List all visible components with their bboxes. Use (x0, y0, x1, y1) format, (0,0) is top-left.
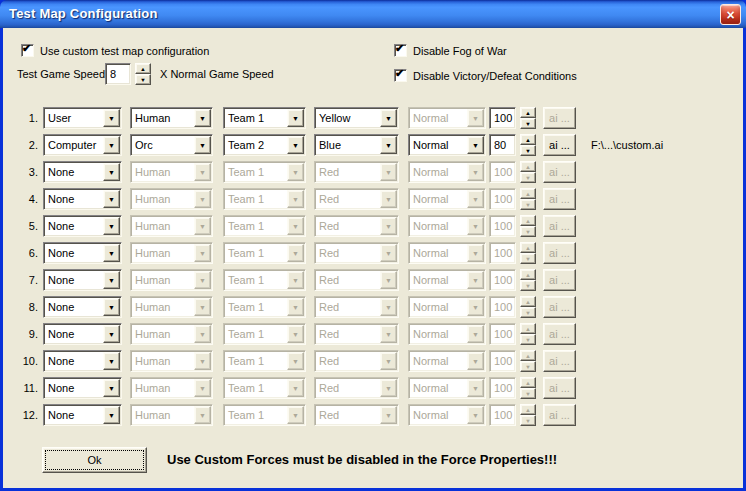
slot-select[interactable]: User ▼ (43, 107, 122, 129)
dropdown-arrow-button[interactable]: ▼ (467, 352, 484, 370)
dropdown-arrow-button[interactable]: ▼ (380, 406, 397, 424)
player-rows: 1. User ▼ Human ▼ Team 1 ▼ Yellow ▼ (3, 107, 743, 431)
dropdown-arrow-button[interactable]: ▼ (467, 379, 484, 397)
color-select[interactable]: Blue ▼ (314, 134, 399, 156)
dropdown-arrow-button[interactable]: ▼ (467, 163, 484, 181)
dropdown-arrow-button[interactable]: ▼ (287, 190, 304, 208)
dropdown-arrow-button[interactable]: ▼ (194, 109, 211, 127)
dropdown-arrow-button[interactable]: ▼ (380, 244, 397, 262)
dropdown-arrow-button[interactable]: ▼ (103, 298, 120, 316)
race-select[interactable]: Human ▼ (130, 107, 213, 129)
color-select[interactable]: Yellow ▼ (314, 107, 399, 129)
dropdown-arrow-button[interactable]: ▼ (380, 136, 397, 154)
dropdown-arrow-button[interactable]: ▼ (380, 109, 397, 127)
spin-down-button[interactable]: ▼ (520, 118, 536, 129)
dropdown-arrow-button[interactable]: ▼ (194, 379, 211, 397)
spin-up-button[interactable]: ▲ (135, 63, 151, 74)
dropdown-arrow-button[interactable]: ▼ (194, 325, 211, 343)
dropdown-arrow-button[interactable]: ▼ (380, 298, 397, 316)
dropdown-arrow-button[interactable]: ▼ (103, 352, 120, 370)
slot-select[interactable]: None ▼ (43, 269, 122, 291)
dropdown-arrow-button[interactable]: ▼ (467, 136, 484, 154)
dropdown-arrow-button[interactable]: ▼ (380, 325, 397, 343)
dropdown-arrow-button[interactable]: ▼ (467, 298, 484, 316)
dropdown-arrow-button[interactable]: ▼ (103, 325, 120, 343)
race-select-value: Human (135, 111, 170, 126)
spin-up-button[interactable]: ▲ (520, 107, 536, 118)
dropdown-arrow-button[interactable]: ▼ (103, 190, 120, 208)
dropdown-arrow-button[interactable]: ▼ (103, 109, 120, 127)
dropdown-arrow-button[interactable]: ▼ (467, 217, 484, 235)
dropdown-arrow-button[interactable]: ▼ (467, 325, 484, 343)
ai-button[interactable]: ai ... (543, 134, 576, 156)
dropdown-arrow-button[interactable]: ▼ (103, 136, 120, 154)
dropdown-arrow-button[interactable]: ▼ (287, 406, 304, 424)
spin-down-button[interactable]: ▼ (135, 74, 151, 85)
race-select-value: Human (135, 273, 170, 288)
dropdown-arrow-button[interactable]: ▼ (380, 163, 397, 181)
game-speed-input[interactable]: 8 (105, 63, 131, 85)
slot-select[interactable]: None ▼ (43, 350, 122, 372)
dropdown-arrow-button[interactable]: ▼ (467, 109, 484, 127)
dropdown-arrow-button[interactable]: ▼ (103, 271, 120, 289)
disable-victory-checkbox[interactable]: ✔ (394, 69, 407, 82)
dropdown-arrow-button[interactable]: ▼ (194, 190, 211, 208)
dropdown-arrow-button[interactable]: ▼ (287, 271, 304, 289)
spin-down-button: ▼ (520, 415, 536, 426)
dropdown-arrow-button[interactable]: ▼ (103, 244, 120, 262)
dropdown-arrow-button[interactable]: ▼ (287, 352, 304, 370)
dropdown-arrow-button[interactable]: ▼ (467, 244, 484, 262)
chevron-down-icon: ▼ (472, 168, 479, 176)
team-select[interactable]: Team 1 ▼ (223, 107, 306, 129)
slot-select[interactable]: None ▼ (43, 377, 122, 399)
slot-select[interactable]: None ▼ (43, 404, 122, 426)
dropdown-arrow-button[interactable]: ▼ (194, 163, 211, 181)
dropdown-arrow-button[interactable]: ▼ (467, 271, 484, 289)
slot-select[interactable]: None ▼ (43, 296, 122, 318)
dropdown-arrow-button[interactable]: ▼ (380, 217, 397, 235)
handicap-input[interactable]: 80 (489, 134, 516, 156)
dropdown-arrow-button[interactable]: ▼ (287, 379, 304, 397)
dropdown-arrow-button[interactable]: ▼ (467, 406, 484, 424)
dropdown-arrow-button[interactable]: ▼ (380, 271, 397, 289)
dropdown-arrow-button[interactable]: ▼ (287, 217, 304, 235)
slot-select[interactable]: Computer ▼ (43, 134, 122, 156)
team-select[interactable]: Team 2 ▼ (223, 134, 306, 156)
slot-select[interactable]: None ▼ (43, 215, 122, 237)
slot-select[interactable]: None ▼ (43, 161, 122, 183)
dropdown-arrow-button[interactable]: ▼ (287, 136, 304, 154)
dropdown-arrow-button[interactable]: ▼ (287, 244, 304, 262)
dropdown-arrow-button[interactable]: ▼ (103, 379, 120, 397)
dropdown-arrow-button[interactable]: ▼ (194, 406, 211, 424)
dropdown-arrow-button[interactable]: ▼ (287, 325, 304, 343)
dropdown-arrow-button[interactable]: ▼ (103, 406, 120, 424)
dropdown-arrow-button[interactable]: ▼ (194, 136, 211, 154)
use-custom-checkbox[interactable]: ✔ (21, 44, 34, 57)
dropdown-arrow-button[interactable]: ▼ (194, 298, 211, 316)
handicap-input[interactable]: 100 (489, 107, 516, 129)
dropdown-arrow-button[interactable]: ▼ (380, 190, 397, 208)
disable-fog-checkbox[interactable]: ✔ (394, 44, 407, 57)
spin-down-button[interactable]: ▼ (520, 145, 536, 156)
dropdown-arrow-button[interactable]: ▼ (103, 217, 120, 235)
slot-select[interactable]: None ▼ (43, 188, 122, 210)
dropdown-arrow-button[interactable]: ▼ (194, 271, 211, 289)
dropdown-arrow-button[interactable]: ▼ (380, 379, 397, 397)
dropdown-arrow-button[interactable]: ▼ (194, 217, 211, 235)
titlebar[interactable]: Test Map Configuration × (0, 0, 746, 28)
dropdown-arrow-button[interactable]: ▼ (194, 244, 211, 262)
dropdown-arrow-button[interactable]: ▼ (467, 190, 484, 208)
slot-select[interactable]: None ▼ (43, 323, 122, 345)
slot-select[interactable]: None ▼ (43, 242, 122, 264)
dropdown-arrow-button[interactable]: ▼ (103, 163, 120, 181)
dropdown-arrow-button[interactable]: ▼ (287, 163, 304, 181)
dropdown-arrow-button[interactable]: ▼ (287, 298, 304, 316)
dropdown-arrow-button[interactable]: ▼ (194, 352, 211, 370)
spin-up-button[interactable]: ▲ (520, 134, 536, 145)
race-select[interactable]: Orc ▼ (130, 134, 213, 156)
dropdown-arrow-button[interactable]: ▼ (380, 352, 397, 370)
close-button[interactable]: × (720, 4, 741, 25)
dropdown-arrow-button[interactable]: ▼ (287, 109, 304, 127)
difficulty-select[interactable]: Normal ▼ (408, 134, 486, 156)
ok-button[interactable]: Ok (42, 447, 147, 473)
